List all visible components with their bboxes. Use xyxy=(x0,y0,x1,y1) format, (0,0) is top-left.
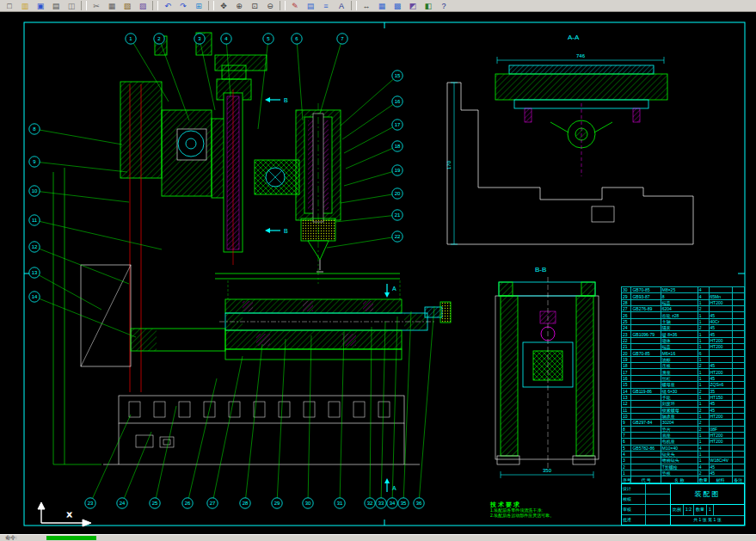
dimension-icon[interactable]: ↔ xyxy=(359,1,374,11)
balloon-31[interactable]: 31 xyxy=(335,332,345,508)
properties-icon[interactable]: ▩ xyxy=(390,1,405,11)
balloon-22[interactable]: 22 xyxy=(327,231,403,248)
bom-cell: 14 xyxy=(622,388,631,394)
balloon-32[interactable]: 32 xyxy=(365,327,375,508)
bom-cell: 1 xyxy=(698,369,709,375)
svg-text:24: 24 xyxy=(120,501,126,506)
design-center-icon[interactable]: ◩ xyxy=(405,1,421,11)
balloon-6[interactable]: 6 xyxy=(292,34,303,120)
redo-icon[interactable]: ↷ xyxy=(175,1,191,11)
view-main-front xyxy=(53,33,400,464)
help-icon[interactable]: ? xyxy=(436,1,452,11)
bom-cell: 12 xyxy=(622,401,631,407)
bom-cell xyxy=(631,344,661,350)
balloon-11[interactable]: 11 xyxy=(29,215,162,249)
insert-link-icon[interactable]: ⊞ xyxy=(191,1,206,11)
bom-cell: 45 xyxy=(709,375,732,381)
balloon-33[interactable]: 33 xyxy=(376,322,386,508)
print-icon[interactable]: ▤ xyxy=(48,1,64,11)
svg-text:35: 35 xyxy=(401,501,407,506)
text-style-icon[interactable]: A xyxy=(334,1,349,11)
balloon-36[interactable]: 36 xyxy=(414,306,434,508)
copy-icon[interactable]: ▦ xyxy=(104,1,120,11)
balloon-9[interactable]: 9 xyxy=(29,157,127,172)
view-section-aa: A-A xyxy=(447,34,693,244)
zoom-previous-icon[interactable]: ⊖ xyxy=(262,1,278,11)
balloon-28[interactable]: 28 xyxy=(240,344,262,508)
bom-cell xyxy=(732,312,744,318)
table-icon[interactable]: ▦ xyxy=(374,1,390,11)
balloon-23[interactable]: 23 xyxy=(85,415,131,508)
balloon-8[interactable]: 8 xyxy=(29,124,122,144)
bom-cell: 2 xyxy=(698,470,709,476)
new-file-icon[interactable]: □ xyxy=(2,1,17,11)
auditor-value xyxy=(646,505,670,514)
toolbar-separator xyxy=(208,1,214,10)
qty-value: 1 xyxy=(707,505,714,515)
balloon-13[interactable]: 13 xyxy=(29,267,101,310)
preview-icon[interactable]: ◫ xyxy=(64,1,79,11)
balloon-5[interactable]: 5 xyxy=(258,34,274,129)
taskbar-button[interactable] xyxy=(46,536,96,540)
bom-cell xyxy=(631,325,661,331)
balloon-21[interactable]: 21 xyxy=(335,210,403,222)
bom-cell: 箱体 xyxy=(661,337,698,343)
scale-value: 1:2 xyxy=(684,505,694,515)
balloon-30[interactable]: 30 xyxy=(303,335,313,508)
bom-cell: 2 xyxy=(698,306,709,312)
balloon-19[interactable]: 19 xyxy=(344,165,403,186)
bom-cell xyxy=(631,407,661,413)
balloon-20[interactable]: 20 xyxy=(341,188,403,203)
balloon-7[interactable]: 7 xyxy=(320,34,347,114)
bom-cell xyxy=(732,375,744,381)
bom-cell: HT200 xyxy=(709,344,732,350)
save-icon[interactable]: ▣ xyxy=(33,1,48,11)
bom-cell xyxy=(732,388,744,394)
balloon-12[interactable]: 12 xyxy=(29,242,129,284)
cut-icon[interactable]: ✂ xyxy=(89,1,104,11)
balloon-25[interactable]: 25 xyxy=(150,406,176,508)
bom-cell: 20 xyxy=(622,350,631,356)
bom-cell xyxy=(732,293,744,299)
qty-label: 数量 xyxy=(694,505,707,515)
bom-cell: M8×25 xyxy=(661,287,698,293)
bom-cell xyxy=(631,458,661,464)
bom-cell: 名 称 xyxy=(661,476,698,483)
bom-cell xyxy=(709,420,732,426)
linetype-icon[interactable]: ≡ xyxy=(318,1,334,11)
svg-text:32: 32 xyxy=(367,501,373,506)
bom-cell xyxy=(732,325,744,331)
bom-cell: 1 xyxy=(698,375,709,381)
match-properties-icon[interactable]: ▨ xyxy=(135,1,151,11)
bom-cell: HT200 xyxy=(709,369,732,375)
balloon-27[interactable]: 27 xyxy=(207,356,243,508)
pan-icon[interactable]: ✥ xyxy=(216,1,231,11)
balloon-26[interactable]: 26 xyxy=(182,378,217,508)
bom-cell xyxy=(631,369,661,375)
redraw-icon[interactable]: ✎ xyxy=(287,1,303,11)
balloon-16[interactable]: 16 xyxy=(342,96,403,139)
balloon-14[interactable]: 14 xyxy=(29,292,136,337)
bom-cell: 45 xyxy=(709,470,732,476)
bom-cell: 键 8×36 xyxy=(661,331,698,337)
svg-text:22: 22 xyxy=(395,234,401,239)
tool-palette-icon[interactable]: ◧ xyxy=(421,1,436,11)
bom-cell: 1 xyxy=(698,344,709,350)
bom-cell: 丝杠 xyxy=(661,375,698,381)
command-line[interactable]: 命令: xyxy=(5,535,17,541)
bom-cell xyxy=(732,451,744,457)
balloon-29[interactable]: 29 xyxy=(272,339,286,508)
open-folder-icon[interactable]: ▥ xyxy=(17,1,33,11)
bom-cell xyxy=(732,369,744,375)
zoom-realtime-icon[interactable]: ⊕ xyxy=(231,1,247,11)
bom-cell: 1 xyxy=(622,470,631,476)
zoom-window-icon[interactable]: ⊡ xyxy=(247,1,262,11)
paste-icon[interactable]: ▧ xyxy=(120,1,135,11)
balloon-18[interactable]: 18 xyxy=(346,141,403,169)
balloon-24[interactable]: 24 xyxy=(117,432,151,508)
undo-icon[interactable]: ↶ xyxy=(160,1,175,11)
svg-text:18: 18 xyxy=(395,144,401,149)
balloon-10[interactable]: 10 xyxy=(29,186,129,202)
layers-icon[interactable]: ▤ xyxy=(303,1,318,11)
bom-cell xyxy=(732,350,744,356)
